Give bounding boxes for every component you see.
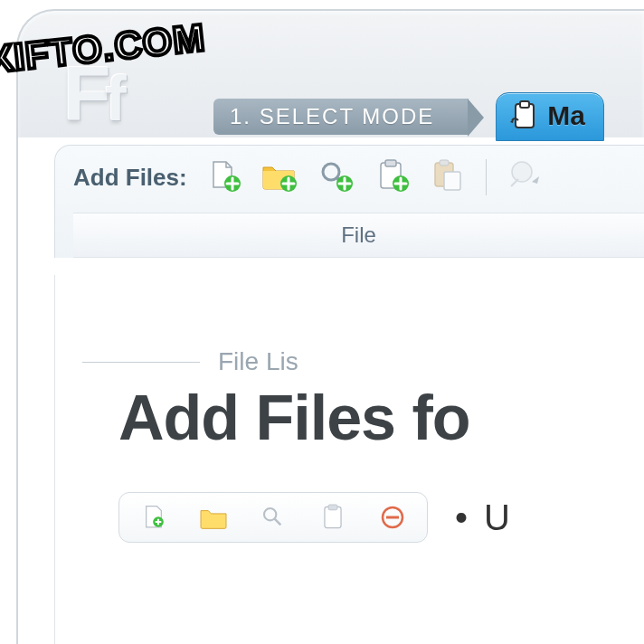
- add-folder-icon: [195, 502, 232, 533]
- toolbar-panel: Add Files:: [54, 145, 644, 258]
- column-header-file[interactable]: File: [73, 213, 644, 258]
- file-list-area: File Lis Add Files fo: [54, 275, 644, 644]
- quick-add-box[interactable]: [118, 492, 428, 543]
- logo-letter-small: f: [106, 63, 121, 134]
- plus-icon: [279, 175, 298, 196]
- svg-point-15: [264, 508, 276, 520]
- clear-button[interactable]: [505, 156, 546, 198]
- paste-icon: [431, 159, 462, 195]
- svg-rect-12: [444, 172, 460, 190]
- empty-state-heading: Add Files fo: [118, 382, 644, 454]
- clear-icon: [509, 159, 542, 195]
- toolbar-separator: [486, 159, 487, 195]
- svg-line-16: [275, 519, 281, 526]
- empty-state-subtitle: File Lis: [118, 347, 644, 376]
- bullet-point: •: [455, 497, 468, 538]
- breadcrumb-step-1[interactable]: 1. SELECT MODE: [213, 99, 469, 135]
- clipboard-icon: [509, 100, 540, 131]
- app-window: Ff 1. SELECT MODE Ma Add Files:: [16, 9, 644, 644]
- plus-icon: [336, 175, 354, 196]
- breadcrumb-step-1-label: 1. SELECT MODE: [230, 104, 434, 128]
- add-file-button[interactable]: [202, 156, 243, 198]
- plus-icon: [392, 175, 410, 196]
- svg-point-13: [512, 162, 532, 182]
- tab-main-label: Ma: [547, 100, 585, 131]
- svg-rect-8: [385, 160, 396, 166]
- remove-icon: [374, 502, 411, 533]
- svg-rect-18: [328, 505, 337, 510]
- bullet-text: U: [484, 497, 510, 538]
- logo-letter-big: F: [63, 50, 106, 137]
- add-search-icon: [255, 502, 291, 533]
- wizard-tabs: 1. SELECT MODE Ma: [213, 92, 604, 141]
- svg-rect-11: [440, 160, 449, 166]
- app-logo: Ff: [63, 54, 121, 132]
- tab-main[interactable]: Ma: [496, 92, 604, 141]
- add-files-label: Add Files:: [73, 164, 187, 192]
- add-clipboard-button[interactable]: [370, 156, 412, 198]
- add-file-icon: [136, 502, 172, 533]
- add-folder-button[interactable]: [258, 156, 299, 198]
- plus-icon: [223, 175, 242, 196]
- add-clipboard-icon: [315, 502, 351, 533]
- empty-state-lower-row: • U: [118, 492, 644, 543]
- svg-rect-1: [520, 101, 529, 108]
- toolbar-row: Add Files:: [73, 156, 644, 207]
- paste-button[interactable]: [426, 156, 468, 198]
- column-header-file-label: File: [341, 223, 376, 247]
- add-search-button[interactable]: [314, 156, 355, 198]
